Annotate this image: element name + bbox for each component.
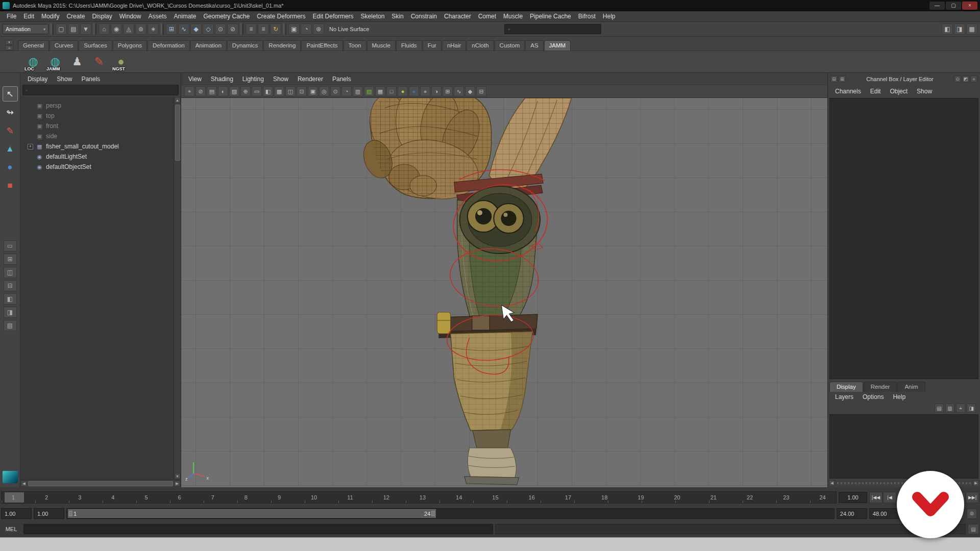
scroll-left-icon[interactable]: ◀ [829, 480, 835, 486]
shelf-tab[interactable]: Fluids [396, 40, 422, 51]
status-icon[interactable]: ◔ [301, 23, 312, 35]
outliner-menu-item[interactable]: Show [53, 75, 76, 83]
outliner-menu-item[interactable]: Display [23, 75, 52, 83]
menu-item[interactable]: File [3, 12, 20, 21]
playback-end-field[interactable]: 24.00 [837, 508, 867, 519]
viewport-toolbar-icon[interactable]: ▨ [229, 86, 239, 96]
menu-item[interactable]: Pipeline Cache [526, 12, 575, 21]
layer-editor-tab[interactable]: Display [829, 382, 863, 392]
viewport-toolbar-icon[interactable]: ◑ [431, 86, 442, 96]
menu-item[interactable]: Create Deformers [253, 12, 309, 21]
layout-button[interactable]: ▤ [4, 320, 17, 331]
menu-item[interactable]: Display [88, 12, 115, 21]
channel-box-menu-item[interactable]: Object [886, 87, 912, 95]
shelf-button[interactable]: ◍ LOC [23, 52, 43, 71]
shelf-button[interactable]: ✎ [89, 52, 109, 71]
time-slider[interactable]: 123456789101112131415161718192021222324 [1, 491, 837, 504]
minimize-button[interactable]: — [929, 2, 945, 10]
shelf-tab[interactable]: General [18, 40, 49, 51]
command-line-input[interactable] [23, 524, 493, 534]
shelf-tab[interactable]: nCloth [467, 40, 494, 51]
layer-action-icon[interactable]: + [956, 404, 965, 413]
maximize-button[interactable]: ▢ [946, 2, 961, 10]
tool-button[interactable]: ● [3, 160, 18, 175]
layout-button[interactable]: ◨ [4, 307, 17, 318]
layer-editor-menu-item[interactable]: Help [889, 393, 910, 401]
outliner-item[interactable]: ▣ persp [20, 101, 174, 111]
shelf-tab[interactable]: Rendering [263, 40, 301, 51]
shelf-tab[interactable]: Muscle [367, 40, 396, 51]
panel-header-icon[interactable]: ≡ [970, 76, 977, 83]
status-icon[interactable]: ⌂ [99, 23, 110, 35]
outliner-item[interactable]: + ▦ fisher_small_cutout_model [20, 141, 174, 152]
outliner-item[interactable]: ◉ defaultObjectSet [20, 162, 174, 172]
layer-action-icon[interactable]: ▥ [945, 404, 954, 413]
channel-box-menu-item[interactable]: Edit [866, 87, 885, 95]
menu-item[interactable]: Bifrost [575, 12, 599, 21]
ui-toggle-icon[interactable]: ▦ [966, 23, 977, 35]
viewport-toolbar-icon[interactable]: □ [386, 86, 397, 96]
viewport-menu-item[interactable]: Lighting [238, 75, 268, 83]
panel-header-icon[interactable]: ⊙ [954, 76, 961, 83]
outliner-item[interactable]: ◉ defaultLightSet [20, 152, 174, 162]
viewport-toolbar-icon[interactable]: ◔ [341, 86, 352, 96]
panel-header-icon[interactable]: ◩ [962, 76, 969, 83]
layout-button[interactable]: ▭ [4, 240, 17, 252]
outliner-item[interactable]: ▣ side [20, 131, 174, 141]
playback-button[interactable]: ▶▶| [966, 492, 979, 503]
menu-item[interactable]: Animate [170, 12, 200, 21]
viewport-toolbar-icon[interactable]: ⊟ [476, 86, 486, 96]
viewport-toolbar-icon[interactable]: ▤ [207, 86, 217, 96]
viewport-toolbar-icon[interactable]: ◐ [218, 86, 228, 96]
scroll-left-icon[interactable]: ◀ [21, 481, 27, 487]
shelf-button[interactable]: ♟ [67, 52, 87, 71]
tool-button[interactable]: ✎ [3, 123, 18, 138]
tool-button[interactable]: ↖ [3, 86, 18, 102]
status-icon[interactable]: ◉ [111, 23, 122, 35]
scrollbar-thumb[interactable] [175, 105, 180, 161]
viewport-toolbar-icon[interactable]: ● [398, 86, 408, 96]
shelf-tab[interactable]: nHair [442, 40, 466, 51]
viewport-toolbar-icon[interactable]: ▭ [252, 86, 262, 96]
layout-button[interactable]: ◧ [4, 293, 17, 305]
shelf-tab[interactable]: Polygons [113, 40, 147, 51]
panel-header-icon[interactable]: ⊞ [839, 76, 846, 83]
outliner-horizontal-scrollbar[interactable]: ◀ ▶ [20, 480, 181, 487]
menu-item[interactable]: Character [440, 12, 475, 21]
status-icon[interactable]: ◇ [203, 23, 214, 35]
scroll-up-icon[interactable]: ▲ [175, 97, 181, 103]
group-collapser[interactable] [161, 23, 164, 35]
group-collapser[interactable] [283, 23, 286, 35]
shelf-tab[interactable]: Dynamics [227, 40, 263, 51]
menu-item[interactable]: Comet [475, 12, 500, 21]
menu-item[interactable]: Edit [20, 12, 38, 21]
viewport-toolbar-icon[interactable]: ▣ [308, 86, 318, 96]
status-icon[interactable]: ⊞ [166, 23, 177, 35]
outliner-vertical-scrollbar[interactable]: ▲ ▼ [174, 96, 181, 480]
menu-set-selector[interactable]: Animation ▾ [3, 24, 48, 34]
command-line-language-label[interactable]: MEL [1, 526, 21, 532]
menu-item[interactable]: Geometry Cache [200, 12, 254, 21]
playback-rate-field[interactable]: 1.00 [839, 492, 867, 503]
group-collapser[interactable] [240, 23, 243, 35]
scroll-down-icon[interactable]: ▼ [175, 473, 181, 479]
menu-item[interactable]: Modify [38, 12, 63, 21]
status-icon[interactable]: ∿ [178, 23, 189, 35]
viewport-menu-item[interactable]: Panels [328, 75, 355, 83]
status-icon[interactable]: ≡ [246, 23, 257, 35]
layer-action-icon[interactable]: ▤ [935, 404, 944, 413]
menu-item[interactable]: Constrain [407, 12, 440, 21]
viewport-toolbar-icon[interactable]: ◧ [263, 86, 273, 96]
status-icon[interactable]: ≡ [258, 23, 269, 35]
animation-start-field[interactable]: 1.00 [1, 508, 32, 519]
status-icon[interactable]: ▼ [80, 23, 91, 35]
viewport-toolbar-icon[interactable]: ◆ [465, 86, 475, 96]
shelf-tab-arrow-icon[interactable]: ▾ [5, 40, 13, 45]
status-icon[interactable]: ▤ [68, 23, 79, 35]
shelf-tab[interactable]: Custom [495, 40, 525, 51]
shelf-tab[interactable]: AS [525, 40, 543, 51]
layout-button[interactable]: ⊞ [4, 254, 17, 265]
group-collapser[interactable] [93, 23, 96, 35]
layer-editor-tab[interactable]: Anim [897, 382, 925, 392]
scroll-right-icon[interactable]: ▶ [973, 480, 979, 486]
